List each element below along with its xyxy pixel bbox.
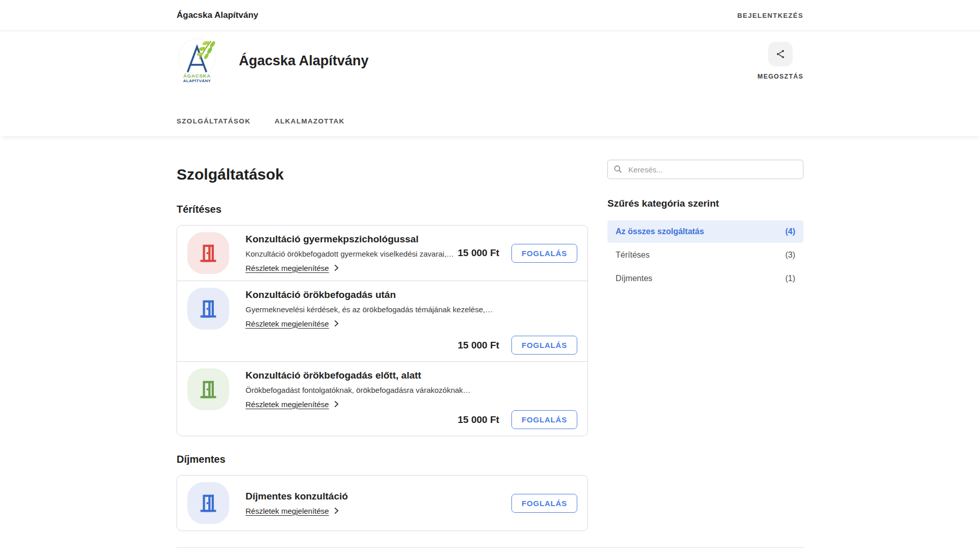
filter-paid[interactable]: Térítéses (3) [607, 244, 803, 266]
service-price: 15 000 Ft [458, 247, 499, 259]
search-box [607, 160, 803, 179]
service-card: Konzultáció gyermekpszichológussal Konzu… [177, 226, 587, 281]
share-block: MEGOSZTÁS [757, 42, 803, 80]
tab-employees[interactable]: ALKALMAZOTTAK [275, 117, 345, 125]
book-button[interactable]: FOGLALÁS [511, 244, 577, 263]
service-card-group-free: Díjmentes konzultáció Részletek megjelen… [177, 475, 588, 531]
chevron-right-icon [334, 507, 339, 514]
details-link[interactable]: Részletek megjelenítése [246, 507, 339, 515]
chevron-right-icon [334, 264, 339, 271]
details-link[interactable]: Részletek megjelenítése [246, 319, 339, 328]
main-nav: SZOLGÁLTATÁSOK ALKALMAZOTTAK [177, 117, 803, 136]
door-open-icon [187, 232, 229, 274]
filter-all-services[interactable]: Az összes szolgáltatás (4) [607, 220, 803, 243]
page-title-header: Ágacska Alapítvány [239, 53, 369, 69]
service-card: Díjmentes konzultáció Részletek megjelen… [177, 475, 587, 531]
service-price: 15 000 Ft [458, 340, 499, 351]
filter-count: (3) [785, 251, 795, 260]
service-title: Konzultáció gyermekpszichológussal [246, 234, 454, 245]
share-label: MEGOSZTÁS [757, 73, 803, 80]
topbar: Ágacska Alapítvány BEJELENTKEZÉS [0, 0, 980, 31]
logo-text-line1: ÁGACSKA [183, 73, 211, 79]
book-button[interactable]: FOGLALÁS [511, 410, 577, 429]
section-heading-free: Díjmentes [177, 454, 588, 465]
company-logo: ÁGACSKA ALAPÍTVÁNY [177, 38, 217, 84]
topbar-brand: Ágacska Alapítvány [177, 10, 258, 20]
chevron-right-icon [334, 320, 339, 327]
service-description: Örökbefogadást fontolgatóknak, örökbefog… [246, 386, 471, 394]
service-title: Díjmentes konzultáció [246, 491, 348, 502]
service-price: 15 000 Ft [458, 414, 499, 425]
page-title: Szolgáltatások [177, 166, 588, 183]
category-filter-list: Az összes szolgáltatás (4) Térítéses (3)… [607, 220, 803, 290]
chevron-right-icon [334, 400, 339, 408]
details-link[interactable]: Részletek megjelenítése [246, 400, 339, 409]
book-button[interactable]: FOGLALÁS [511, 494, 577, 513]
service-card: Konzultáció örökbefogadás után Gyermekne… [177, 281, 587, 361]
service-description: Konzultáció örökbefogadott gyermekek vis… [246, 249, 454, 258]
door-open-icon [187, 368, 229, 410]
door-open-icon [187, 288, 229, 330]
search-input[interactable] [607, 160, 803, 179]
service-title: Konzultáció örökbefogadás előtt, alatt [246, 370, 471, 381]
tab-services[interactable]: SZOLGÁLTATÁSOK [177, 117, 251, 125]
book-button[interactable]: FOGLALÁS [511, 336, 577, 355]
section-heading-paid: Térítéses [177, 204, 588, 215]
login-button[interactable]: BEJELENTKEZÉS [738, 12, 803, 19]
filter-count: (1) [785, 274, 795, 283]
service-card-group-paid: Konzultáció gyermekpszichológussal Konzu… [177, 225, 588, 436]
filter-free[interactable]: Díjmentes (1) [607, 267, 803, 290]
filter-count: (4) [785, 227, 795, 236]
service-description: Gyermeknevelési kérdések, és az örökbefo… [246, 305, 493, 314]
page-header: Ágacska Alapítvány BEJELENTKEZÉS ÁGACSKA [0, 0, 980, 136]
door-open-icon [187, 482, 229, 524]
service-card: Konzultáció örökbefogadás előtt, alatt Ö… [177, 361, 587, 436]
share-button[interactable] [768, 42, 793, 66]
share-icon [775, 48, 786, 60]
logo-text-line2: ALAPÍTVÁNY [183, 79, 211, 83]
details-link[interactable]: Részletek megjelenítése [246, 264, 339, 272]
service-title: Konzultáció örökbefogadás után [246, 289, 493, 300]
filter-heading: Szűrés kategória szerint [607, 198, 803, 209]
